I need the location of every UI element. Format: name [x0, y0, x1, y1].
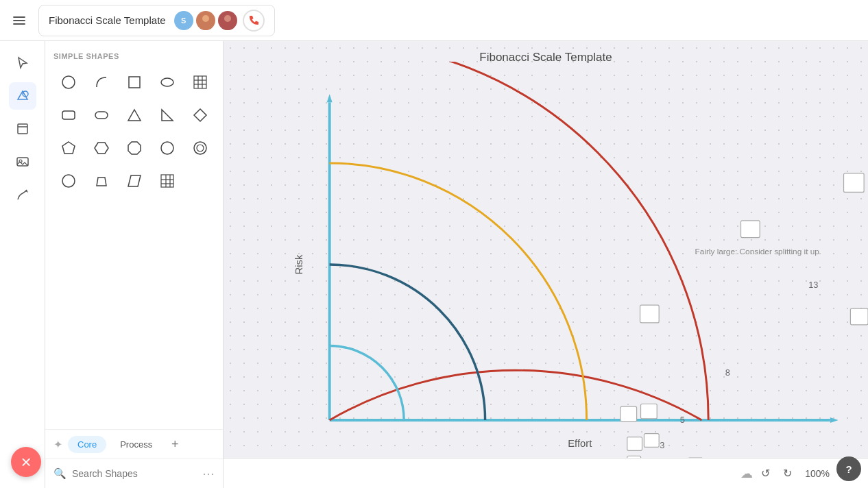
svg-marker-33: [97, 178, 106, 186]
undo-button[interactable]: ↺: [756, 464, 775, 483]
svg-marker-43: [327, 94, 333, 102]
shapes-search-bar: 🔍 ⋯: [45, 459, 223, 488]
add-tab-button[interactable]: +: [166, 435, 184, 453]
circle3-shape[interactable]: [185, 133, 215, 163]
svg-rect-47: [741, 221, 760, 238]
shapes-grid: [53, 67, 215, 196]
svg-text:Fairly large: Consider splitti: Fairly large: Consider splitting it up: [695, 247, 819, 256]
help-icon: ?: [845, 463, 852, 475]
svg-text:13: 13: [808, 280, 818, 290]
avatar-s: S: [174, 11, 193, 30]
avatar-2: [218, 11, 237, 30]
circle4-shape[interactable]: [53, 166, 84, 196]
fab-icon: ×: [21, 453, 31, 471]
pentagon-shape[interactable]: [53, 133, 84, 163]
star-icon[interactable]: ✦: [53, 438, 62, 451]
help-button[interactable]: ?: [836, 456, 861, 481]
shapes-panel: SIMPLE SHAPES ✦: [45, 41, 224, 488]
redo-button[interactable]: ↻: [777, 464, 797, 483]
svg-rect-21: [62, 111, 75, 119]
canvas-area: Fibonacci Scale Template Effort Risk: [224, 41, 868, 488]
rounded-rect-shape[interactable]: [53, 100, 84, 130]
svg-marker-24: [162, 110, 173, 121]
svg-text:Effort: Effort: [568, 438, 592, 449]
svg-rect-49: [640, 305, 660, 323]
circle2-shape[interactable]: [152, 133, 182, 163]
svg-rect-56: [644, 434, 659, 448]
title-box: Fibonacci Scale Template S: [38, 5, 275, 36]
svg-text:8: 8: [725, 367, 730, 378]
svg-rect-16: [194, 76, 206, 88]
triangle-shape[interactable]: [119, 100, 149, 130]
svg-point-3: [202, 15, 209, 22]
svg-rect-14: [129, 77, 140, 88]
svg-rect-35: [161, 175, 173, 187]
svg-point-15: [161, 78, 173, 86]
zoom-level: 100%: [805, 468, 830, 479]
svg-rect-55: [627, 437, 642, 451]
shapes-grid-area: SIMPLE SHAPES: [45, 41, 223, 429]
svg-point-29: [161, 142, 173, 154]
hexagon-shape[interactable]: [86, 133, 117, 163]
svg-point-31: [197, 145, 204, 151]
frame-tool[interactable]: [9, 115, 36, 143]
svg-rect-48: [850, 308, 868, 325]
table-shape[interactable]: [185, 67, 215, 97]
circle-shape[interactable]: [53, 67, 84, 97]
shapes-tabs: ✦ Core Process +: [45, 429, 223, 459]
svg-marker-26: [62, 142, 75, 154]
fibonacci-chart: Effort Risk: [265, 62, 868, 467]
document-title: Fibonacci Scale Template: [49, 14, 166, 26]
svg-text:3: 3: [660, 440, 664, 450]
svg-marker-27: [95, 143, 108, 154]
pill-shape[interactable]: [86, 100, 117, 130]
svg-point-4: [200, 24, 212, 30]
svg-rect-22: [95, 112, 108, 119]
undo-redo-area: ☁ ↺ ↻: [740, 464, 797, 483]
cloud-icon: ☁: [740, 466, 753, 481]
fab-button[interactable]: ×: [11, 447, 41, 477]
tab-process[interactable]: Process: [110, 436, 162, 453]
arc-shape[interactable]: [86, 67, 117, 97]
draw-tool[interactable]: [9, 181, 36, 208]
svg-rect-46: [844, 173, 865, 193]
svg-marker-28: [128, 142, 141, 154]
more-options-icon[interactable]: ⋯: [202, 466, 215, 481]
svg-point-6: [221, 24, 234, 30]
image-tool[interactable]: [9, 148, 36, 175]
ellipse-shape[interactable]: [152, 67, 182, 97]
octagon-shape[interactable]: [119, 133, 149, 163]
svg-text:5: 5: [680, 415, 685, 425]
right-triangle-shape[interactable]: [152, 100, 182, 130]
square-shape[interactable]: [119, 67, 149, 97]
svg-rect-9: [18, 124, 27, 134]
simple-shapes-label: SIMPLE SHAPES: [53, 52, 215, 60]
svg-point-13: [62, 76, 75, 88]
collaborator-avatars: S: [174, 11, 237, 30]
grid-shape[interactable]: [152, 166, 182, 196]
search-input[interactable]: [72, 468, 197, 479]
svg-rect-53: [620, 406, 637, 422]
trapezoid-shape[interactable]: [86, 166, 117, 196]
avatar-1: [196, 11, 215, 30]
tab-core[interactable]: Core: [68, 436, 106, 453]
left-toolbar: [0, 41, 45, 488]
search-icon: 🔍: [53, 467, 67, 480]
svg-marker-41: [830, 417, 839, 423]
bottom-toolbar: ☁ ↺ ↻ 100% ⌨: [224, 458, 868, 488]
svg-point-32: [62, 175, 75, 187]
diamond-shape[interactable]: [185, 100, 215, 130]
svg-marker-23: [128, 110, 141, 121]
svg-point-5: [224, 15, 231, 22]
shapes-tool[interactable]: [9, 82, 36, 110]
svg-text:Risk: Risk: [293, 254, 304, 274]
menu-button[interactable]: [8, 10, 30, 32]
cursor-tool[interactable]: [9, 49, 36, 77]
svg-point-30: [194, 142, 206, 154]
svg-rect-54: [641, 404, 658, 419]
svg-marker-34: [128, 175, 141, 186]
parallelogram-shape[interactable]: [119, 166, 149, 196]
header: Fibonacci Scale Template S: [0, 0, 868, 41]
call-button[interactable]: [243, 10, 265, 32]
svg-marker-25: [194, 109, 206, 121]
